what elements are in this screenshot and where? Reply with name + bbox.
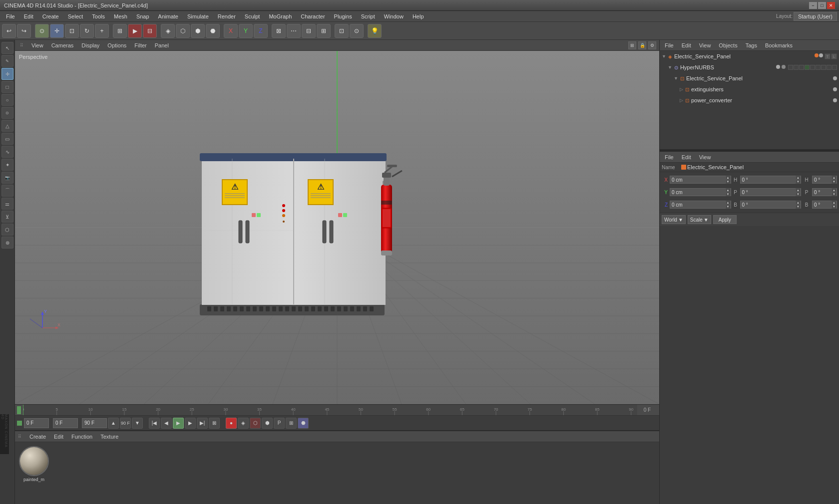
z-axis-button[interactable]: Z <box>254 24 268 38</box>
tool-paint[interactable]: ✎ <box>1 55 13 67</box>
pose-btn[interactable]: P <box>274 418 285 429</box>
transport-spin-down[interactable]: ▼ <box>132 418 143 429</box>
om-render-dot-2[interactable] <box>782 65 786 69</box>
render-active-button[interactable]: ▶ <box>128 24 142 38</box>
viewport-menu-filter[interactable]: Filter <box>132 41 148 49</box>
viewport-menu-view[interactable]: View <box>29 41 45 49</box>
step-back-btn[interactable]: ◀ <box>161 418 172 429</box>
timeline[interactable]: 0 5 10 15 20 25 30 35 40 45 50 55 <box>15 405 659 416</box>
om-row-hypernurbs[interactable]: ▼ ⊙ HyperNURBS <box>660 62 839 73</box>
attr-z-pos-up[interactable]: ▲ <box>726 201 731 205</box>
tool-spline[interactable]: ∿ <box>1 146 13 158</box>
attr-z-rot-dn[interactable]: ▼ <box>796 205 801 209</box>
om-menu-bookmarks[interactable]: Bookmarks <box>763 42 795 49</box>
viewport-settings-btn[interactable]: ⚙ <box>648 41 656 49</box>
tool-plane[interactable]: ▭ <box>1 133 13 145</box>
rotate-button[interactable]: ↻ <box>80 24 94 38</box>
apply-button[interactable]: Apply <box>713 215 737 224</box>
attr-menu-file[interactable]: File <box>663 154 676 161</box>
object-mode-button[interactable]: ◈ <box>161 24 175 38</box>
menu-edit[interactable]: Edit <box>20 12 37 20</box>
x-axis-button[interactable]: X <box>224 24 238 38</box>
motion-btn[interactable]: ⬢ <box>262 418 273 429</box>
tool-magnet[interactable]: ⊻ <box>1 211 13 223</box>
point-mode-button[interactable]: ⬡ <box>176 24 190 38</box>
om-menu-edit[interactable]: Edit <box>680 42 693 49</box>
autokey-btn[interactable]: ⬡ <box>250 418 261 429</box>
attr-scale-dropdown[interactable]: Scale ▼ <box>688 215 711 224</box>
viewport-menu-handle[interactable]: ⠿ <box>18 42 25 49</box>
attr-x-rot-field[interactable]: 0 ° ▲ ▼ <box>740 176 802 184</box>
menu-simulate[interactable]: Simulate <box>183 12 213 20</box>
stereo-button[interactable]: ⊙ <box>350 24 364 38</box>
play-btn[interactable]: ▶ <box>173 418 184 429</box>
menu-script[interactable]: Script <box>357 12 379 20</box>
menu-mograph[interactable]: MoGraph <box>265 12 296 20</box>
transport-spin-up[interactable]: ▲ <box>108 418 119 429</box>
mat-menu-function[interactable]: Function <box>69 433 94 440</box>
step-fwd-btn[interactable]: ▶ <box>185 418 196 429</box>
om-expand-1[interactable]: ▼ <box>662 54 666 59</box>
viewport-menu-panel[interactable]: Panel <box>153 41 171 49</box>
om-vis-dot-3[interactable] <box>833 76 837 80</box>
tool-cylinder[interactable]: ⊙ <box>1 107 13 119</box>
goto-end-btn[interactable]: ▶| <box>197 418 208 429</box>
om-menu-tags[interactable]: Tags <box>744 42 759 49</box>
om-vis-dot-2[interactable] <box>776 65 780 69</box>
attr-x-pos-dn[interactable]: ▼ <box>726 180 731 184</box>
redo-button[interactable]: ↪ <box>17 24 31 38</box>
camera-button[interactable]: ⊡ <box>335 24 349 38</box>
menu-render[interactable]: Render <box>214 12 240 20</box>
current-frame-input[interactable] <box>24 418 49 428</box>
attr-y-rot-field[interactable]: 0 ° ▲ ▼ <box>740 188 802 196</box>
mat-menu-create[interactable]: Create <box>27 433 48 440</box>
snap-button[interactable]: ⋯ <box>287 24 301 38</box>
viewport-menu-display[interactable]: Display <box>79 41 101 49</box>
y-axis-button[interactable]: Y <box>239 24 253 38</box>
end-frame-input[interactable] <box>82 418 107 428</box>
attr-z-pos-field[interactable]: 0 cm ▲ ▼ <box>670 201 731 209</box>
attr-b-dn[interactable]: ▼ <box>832 205 837 209</box>
menu-character[interactable]: Character <box>297 12 329 20</box>
attr-x-pos-up[interactable]: ▲ <box>726 176 731 180</box>
attr-y-rot-up[interactable]: ▲ <box>796 188 801 192</box>
tool-extra[interactable]: ⊛ <box>1 237 13 249</box>
key-btn[interactable]: ◈ <box>238 418 249 429</box>
attr-x-pos-field[interactable]: 0 cm ▲ ▼ <box>670 176 731 184</box>
om-menu-objects[interactable]: Objects <box>717 42 739 49</box>
menu-help[interactable]: Help <box>409 12 428 20</box>
render-region-button[interactable]: ⊞ <box>113 24 127 38</box>
maximize-button[interactable]: □ <box>818 2 826 9</box>
attr-z-rot-up[interactable]: ▲ <box>796 201 801 205</box>
tool-camera[interactable]: 📷 <box>1 172 13 184</box>
edge-mode-button[interactable]: ⬢ <box>191 24 205 38</box>
attr-y-pos-field[interactable]: 0 cm ▲ ▼ <box>670 188 731 196</box>
menu-snap[interactable]: Snap <box>132 12 153 20</box>
loop-btn[interactable]: ⊠ <box>209 418 220 429</box>
transport-fps[interactable]: 90 F <box>120 418 131 429</box>
timeline-btn[interactable]: ⬣ <box>298 418 309 429</box>
tool-move[interactable]: ✛ <box>1 68 13 80</box>
attr-menu-edit[interactable]: Edit <box>680 154 693 161</box>
attr-x-rot-dn[interactable]: ▼ <box>796 180 801 184</box>
tool-bend[interactable]: ⌒ <box>1 185 13 197</box>
menu-sculpt[interactable]: Sculpt <box>241 12 264 20</box>
om-row-extinguishers[interactable]: ▷ ⊡ extinguishers <box>660 84 839 95</box>
tool-sphere[interactable]: ○ <box>1 94 13 106</box>
om-vis-dot-4[interactable] <box>833 87 837 91</box>
om-expand-3[interactable]: ▼ <box>674 76 678 81</box>
frame-counter[interactable] <box>53 418 78 428</box>
om-row-electric-service-panel2[interactable]: ▼ ⊡ Electric_Service_Panel <box>660 73 839 84</box>
attr-h-up[interactable]: ▲ <box>832 176 837 180</box>
menu-animate[interactable]: Animate <box>154 12 182 20</box>
tool-box[interactable]: □ <box>1 81 13 93</box>
attr-x-rot-up[interactable]: ▲ <box>796 176 801 180</box>
layout-value[interactable]: Startup (User) <box>794 12 837 21</box>
menu-create[interactable]: Create <box>38 12 63 20</box>
attr-h-dn[interactable]: ▼ <box>832 180 837 184</box>
om-vis-dot-5[interactable] <box>833 98 837 102</box>
goto-start-btn[interactable]: |◀ <box>149 418 160 429</box>
attr-p-up[interactable]: ▲ <box>832 188 837 192</box>
undo-button[interactable]: ↩ <box>2 24 16 38</box>
menu-select[interactable]: Select <box>64 12 87 20</box>
